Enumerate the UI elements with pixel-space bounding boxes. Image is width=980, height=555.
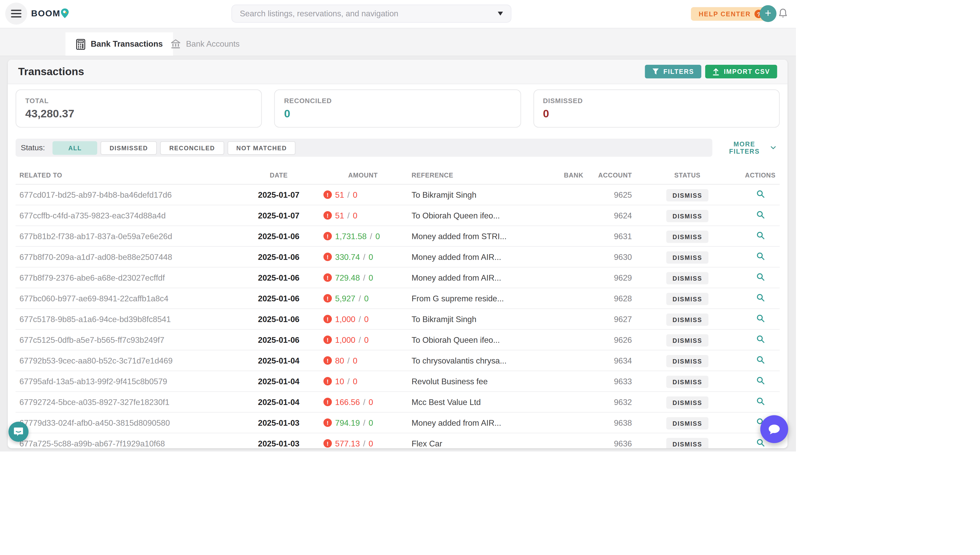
support-chat-widget-teal[interactable]	[8, 422, 29, 442]
dismiss-button[interactable]: DISMISS	[666, 313, 708, 326]
tab-strip: Bank Transactions Bank Accounts	[0, 29, 796, 56]
filters-button[interactable]: FILTERS	[644, 65, 701, 79]
more-filters-label: MORE FILTERS	[723, 141, 766, 155]
summary-total-value: 43,280.37	[26, 107, 252, 120]
alert-icon: !	[324, 315, 332, 323]
magnifier-icon	[756, 252, 765, 260]
amount-separator: /	[358, 335, 361, 344]
transaction-date: 2025-01-04	[240, 356, 318, 365]
dismiss-button[interactable]: DISMISS	[666, 292, 708, 305]
actions-cell	[741, 292, 780, 305]
help-center-button[interactable]: HELP CENTER ?	[691, 7, 768, 21]
inspect-transaction-button[interactable]	[755, 395, 766, 408]
inspect-transaction-button[interactable]	[755, 354, 766, 367]
search-dropdown-caret-icon[interactable]	[498, 12, 503, 16]
reference-text: Revolut Business fee	[408, 377, 564, 386]
speech-bubble-icon	[767, 423, 781, 435]
content-area: Transactions FILTERS	[0, 56, 796, 452]
global-search-input[interactable]: Search listings, reservations, and navig…	[231, 5, 511, 23]
import-csv-button-label: IMPORT CSV	[724, 68, 770, 75]
hamburger-menu-button[interactable]	[5, 3, 27, 25]
col-date: DATE	[240, 171, 318, 178]
summary-card-dismissed: DISMISSED 0	[533, 90, 780, 128]
amount-separator: /	[363, 418, 366, 427]
dismiss-button[interactable]: DISMISS	[666, 375, 708, 388]
support-chat-widget-purple[interactable]	[760, 415, 789, 443]
related-to-id: 677b8f70-209a-a1d7-ad08-be88e2507448	[19, 252, 240, 261]
magnifier-icon	[756, 376, 765, 385]
import-csv-button[interactable]: IMPORT CSV	[705, 65, 777, 79]
amount-separator: /	[347, 211, 350, 220]
status-cell: DISMISS	[634, 416, 741, 429]
actions-cell	[741, 188, 780, 201]
reference-text: Flex Car	[408, 439, 564, 448]
reference-text: To Bikramjit Singh	[408, 314, 564, 324]
status-filter-reconciled[interactable]: RECONCILED	[160, 141, 224, 155]
dismiss-button[interactable]: DISMISS	[666, 272, 708, 284]
dismiss-button[interactable]: DISMISS	[666, 438, 708, 448]
notifications-bell-icon[interactable]	[778, 8, 788, 19]
inspect-transaction-button[interactable]	[755, 188, 766, 201]
inspect-transaction-button[interactable]	[755, 250, 766, 263]
funnel-icon	[652, 68, 659, 75]
status-cell: DISMISS	[634, 292, 741, 305]
inspect-transaction-button[interactable]	[755, 333, 766, 346]
actions-cell	[741, 209, 780, 222]
search-placeholder: Search listings, reservations, and navig…	[240, 9, 498, 18]
alert-icon: !	[324, 211, 332, 220]
summary-dismissed-label: DISMISSED	[543, 97, 770, 104]
reference-text: Money added from AIR...	[408, 252, 564, 261]
dismiss-button[interactable]: DISMISS	[666, 334, 708, 346]
tab-bank-transactions[interactable]: Bank Transactions	[66, 32, 173, 56]
matched-value: 0	[353, 377, 357, 386]
inspect-transaction-button[interactable]	[755, 313, 766, 326]
related-to-id: 677bc060-b977-ae69-8941-22caffb1a8c4	[19, 294, 240, 303]
account-number: 9629	[583, 273, 634, 282]
add-new-button[interactable]: +	[760, 5, 776, 22]
alert-icon: !	[324, 294, 332, 303]
related-to-id: 67792724-5bce-a035-8927-327fe18230f1	[19, 398, 240, 407]
status-filter-not-matched[interactable]: NOT MATCHED	[227, 141, 296, 155]
related-to-id: 677b81b2-f738-ab17-837a-0e59a7e6e26d	[19, 232, 240, 241]
amount-separator: /	[363, 439, 366, 448]
transaction-date: 2025-01-06	[240, 335, 318, 344]
matched-value: 0	[353, 190, 357, 199]
amount-cell: ! 166.56 / 0	[318, 398, 408, 407]
amount-cell: ! 1,000 / 0	[318, 314, 408, 324]
inspect-transaction-button[interactable]	[755, 229, 766, 242]
dismiss-button[interactable]: DISMISS	[666, 230, 708, 243]
inspect-transaction-button[interactable]	[755, 209, 766, 222]
account-number: 9625	[583, 190, 634, 199]
alert-icon: !	[324, 377, 332, 385]
summary-dismissed-value: 0	[543, 107, 770, 120]
account-number: 9630	[583, 252, 634, 261]
more-filters-button[interactable]: MORE FILTERS	[719, 140, 780, 156]
amount-cell: ! 51 / 0	[318, 211, 408, 220]
status-filter-all[interactable]: ALL	[53, 141, 97, 155]
upload-icon	[712, 67, 720, 75]
amount-cell: ! 794.19 / 0	[318, 418, 408, 427]
status-filter-dismissed[interactable]: DISMISSED	[101, 141, 157, 155]
reference-text: Money added from AIR...	[408, 418, 564, 427]
amount-cell: ! 729.48 / 0	[318, 273, 408, 282]
amount-value: 794.19	[335, 418, 360, 427]
tab-bank-accounts[interactable]: Bank Accounts	[160, 32, 250, 56]
dismiss-button[interactable]: DISMISS	[666, 417, 708, 429]
inspect-transaction-button[interactable]	[755, 271, 766, 284]
inspect-transaction-button[interactable]	[755, 375, 766, 388]
dismiss-button[interactable]: DISMISS	[666, 210, 708, 222]
transaction-date: 2025-01-04	[240, 377, 318, 386]
actions-cell	[741, 229, 780, 242]
calculator-icon	[76, 38, 86, 50]
related-to-id: 67792b53-9cec-aa80-b52c-3c71d7e1d469	[19, 356, 240, 365]
inspect-transaction-button[interactable]	[755, 292, 766, 305]
related-to-id: 677ccffb-c4fd-a735-9823-eac374d88a4d	[19, 211, 240, 220]
amount-separator: /	[370, 232, 372, 241]
dismiss-button[interactable]: DISMISS	[666, 355, 708, 367]
dismiss-button[interactable]: DISMISS	[666, 189, 708, 201]
amount-cell: ! 1,000 / 0	[318, 335, 408, 344]
dismiss-button[interactable]: DISMISS	[666, 396, 708, 409]
status-filter-bar: Status: ALL DISMISSED RECONCILED NOT MAT…	[16, 139, 712, 157]
dismiss-button[interactable]: DISMISS	[666, 251, 708, 263]
transaction-date: 2025-01-03	[240, 418, 318, 427]
